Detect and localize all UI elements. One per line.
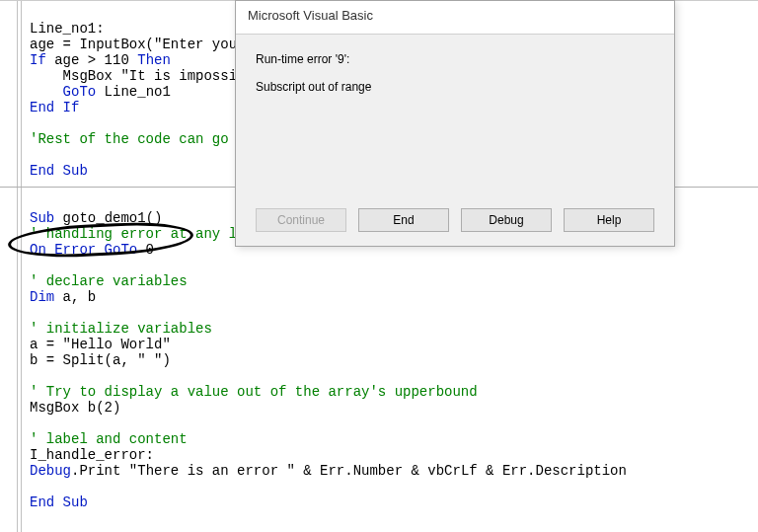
debug-button[interactable]: Debug (461, 208, 552, 232)
code-line (30, 194, 38, 210)
dialog-titlebar[interactable]: Microsoft Visual Basic (236, 1, 674, 35)
code-line (30, 147, 38, 163)
code-line: Dim a, b (30, 289, 96, 305)
dialog-buttons: Continue End Debug Help (236, 208, 674, 232)
code-line: Line_no1: (30, 21, 105, 37)
code-line (30, 258, 38, 273)
help-button[interactable]: Help (564, 208, 654, 232)
code-line: b = Split(a, " ") (30, 352, 171, 368)
code-line (30, 115, 38, 131)
code-line: Debug.Print "There is an error " & Err.N… (30, 463, 627, 479)
end-button[interactable]: End (358, 208, 449, 232)
error-dialog: Microsoft Visual Basic Run-time error '9… (235, 0, 675, 247)
dialog-title: Microsoft Visual Basic (248, 8, 373, 23)
code-line: ' label and content (30, 431, 188, 447)
error-code: Run-time error '9': (256, 52, 654, 66)
code-line (30, 305, 38, 321)
code-line: Sub goto_demo1() (30, 210, 162, 226)
code-line (30, 179, 38, 194)
code-line (30, 368, 38, 384)
code-line: End Sub (30, 163, 88, 179)
code-line: ' declare variables (30, 273, 188, 289)
code-line: GoTo Line_no1 (30, 84, 171, 100)
code-line: ' handling error at any line (30, 226, 262, 242)
code-line: End If (30, 100, 79, 115)
continue-button: Continue (256, 208, 346, 232)
code-line: I_handle_error: (30, 447, 154, 463)
code-line: MsgBox b(2) (30, 400, 120, 416)
code-line: ' Try to display a value out of the arra… (30, 384, 478, 400)
code-line: On Error GoTo 0 (30, 242, 154, 258)
dialog-body: Run-time error '9': Subscript out of ran… (236, 35, 674, 94)
code-line: If age > 110 Then (30, 52, 171, 68)
code-line: a = "Hello World" (30, 337, 171, 352)
error-message: Subscript out of range (256, 80, 654, 94)
code-line (30, 416, 38, 431)
code-line: ' initialize variables (30, 321, 212, 337)
code-line: End Sub (30, 494, 88, 510)
editor-gutter (0, 1, 22, 532)
code-line (30, 479, 38, 494)
